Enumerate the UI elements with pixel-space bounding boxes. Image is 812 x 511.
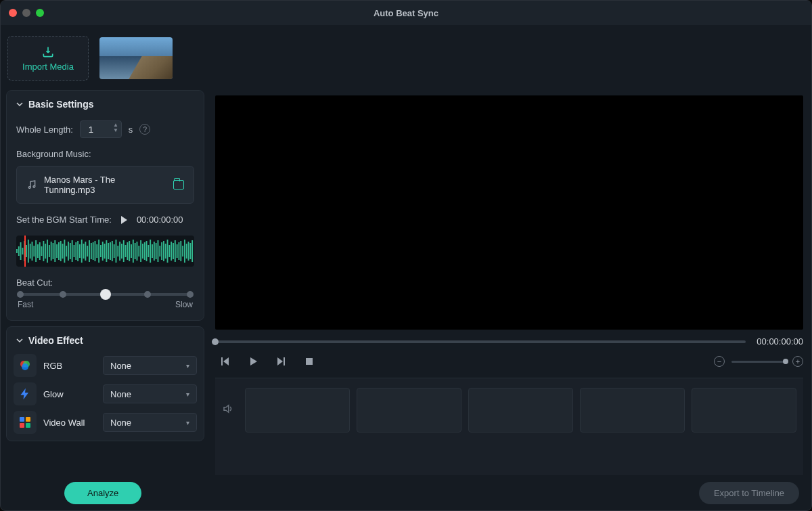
basic-settings-title: Basic Settings — [28, 99, 93, 110]
svg-rect-36 — [81, 240, 83, 263]
svg-rect-82 — [168, 245, 170, 257]
chevron-down-icon: ▾ — [186, 419, 189, 426]
svg-rect-28 — [66, 246, 67, 257]
clip-slot[interactable] — [468, 388, 573, 432]
svg-rect-30 — [70, 243, 71, 259]
basic-settings-header[interactable]: Basic Settings — [7, 91, 204, 118]
scrubber-playhead[interactable] — [212, 338, 219, 345]
media-thumbnail[interactable] — [99, 37, 173, 79]
whole-length-label: Whole Length: — [16, 125, 73, 135]
analyze-button[interactable]: Analyze — [64, 482, 141, 504]
svg-rect-57 — [121, 244, 122, 259]
svg-rect-23 — [56, 244, 58, 258]
chevron-down-icon — [16, 337, 23, 344]
stop-button[interactable] — [304, 357, 314, 366]
step-back-button[interactable] — [219, 356, 230, 367]
svg-rect-91 — [186, 244, 187, 259]
clip-slot[interactable] — [692, 388, 796, 432]
window-minimize-button[interactable] — [22, 9, 30, 17]
svg-rect-11 — [33, 246, 35, 257]
svg-rect-69 — [144, 242, 145, 260]
svg-rect-14 — [39, 242, 41, 260]
bgm-waveform[interactable] — [16, 236, 194, 267]
svg-rect-21 — [53, 243, 54, 259]
zoom-slider[interactable] — [731, 361, 786, 363]
effect-name: Glow — [43, 389, 96, 399]
svg-rect-92 — [188, 242, 189, 261]
svg-rect-64 — [135, 243, 136, 259]
bgm-start-label: Set the BGM Start Time: — [16, 215, 112, 225]
import-media-button[interactable]: Import Media — [7, 36, 89, 81]
effect-rgb-dropdown[interactable]: None ▾ — [103, 356, 197, 375]
browse-folder-icon[interactable] — [173, 180, 184, 190]
stepper-arrows-icon[interactable]: ▲▼ — [113, 123, 118, 133]
media-strip: Import Media — [1, 25, 811, 85]
svg-rect-2 — [16, 249, 18, 253]
svg-rect-9 — [30, 244, 31, 259]
chevron-down-icon — [16, 101, 23, 108]
svg-rect-46 — [100, 245, 102, 257]
basic-settings-panel: Basic Settings Whole Length: 1 ▲▼ s ? Ba… — [6, 90, 204, 321]
svg-rect-83 — [171, 242, 172, 261]
video-preview[interactable] — [215, 95, 803, 330]
window-traffic-lights — [9, 9, 44, 17]
chevron-down-icon: ▾ — [186, 391, 189, 398]
effect-row-rgb: RGB None ▾ — [14, 354, 197, 377]
bg-music-label: Background Music: — [16, 149, 194, 159]
svg-rect-3 — [18, 246, 20, 256]
step-forward-button[interactable] — [276, 356, 287, 367]
whole-length-stepper[interactable]: 1 ▲▼ — [80, 120, 122, 138]
svg-rect-47 — [102, 242, 104, 261]
speaker-icon[interactable] — [222, 403, 234, 415]
svg-rect-63 — [133, 240, 134, 263]
svg-rect-35 — [79, 244, 81, 258]
svg-rect-37 — [83, 244, 85, 259]
svg-rect-53 — [114, 244, 115, 258]
svg-rect-84 — [173, 243, 174, 259]
clip-slot[interactable] — [357, 388, 461, 432]
svg-rect-48 — [104, 244, 106, 259]
effect-row-video-wall: Video Wall None ▾ — [14, 411, 197, 434]
effect-row-glow: Glow None ▾ — [14, 382, 197, 405]
video-wall-icon — [14, 411, 37, 434]
dropdown-value: None — [110, 389, 131, 399]
svg-rect-32 — [74, 245, 75, 257]
svg-rect-60 — [127, 242, 128, 260]
effect-glow-dropdown[interactable]: None ▾ — [103, 384, 197, 403]
svg-rect-67 — [140, 240, 141, 262]
help-icon[interactable]: ? — [139, 124, 150, 135]
svg-rect-56 — [119, 242, 120, 261]
beat-cut-slider[interactable] — [20, 293, 190, 296]
window-close-button[interactable] — [9, 9, 17, 17]
dropdown-value: None — [110, 418, 131, 428]
waveform-playhead[interactable] — [24, 236, 26, 267]
zoom-out-button[interactable]: − — [714, 356, 725, 367]
clip-slot[interactable] — [580, 388, 685, 432]
svg-rect-85 — [175, 240, 176, 262]
svg-rect-25 — [60, 241, 62, 261]
play-button[interactable] — [248, 356, 258, 367]
window-maximize-button[interactable] — [36, 9, 44, 17]
zoom-slider-thumb[interactable] — [783, 359, 788, 364]
svg-rect-8 — [28, 240, 29, 263]
bg-music-filename: Manos Mars - The Tunning.mp3 — [44, 175, 166, 195]
svg-rect-19 — [49, 245, 50, 257]
music-note-icon — [26, 179, 37, 190]
svg-point-0 — [28, 187, 30, 189]
export-to-timeline-button[interactable]: Export to Timeline — [699, 482, 799, 504]
video-effect-header[interactable]: Video Effect — [7, 327, 204, 354]
svg-rect-88 — [180, 241, 181, 261]
effect-video-wall-dropdown[interactable]: None ▾ — [103, 413, 197, 432]
svg-rect-24 — [58, 242, 60, 260]
zoom-in-button[interactable]: + — [792, 356, 803, 367]
svg-rect-94 — [191, 240, 193, 262]
clip-slot[interactable] — [245, 388, 350, 432]
svg-rect-77 — [159, 246, 160, 257]
svg-rect-102 — [306, 358, 313, 365]
svg-rect-79 — [163, 241, 164, 261]
titlebar: Auto Beat Sync — [1, 1, 811, 25]
bgm-play-icon[interactable] — [121, 216, 127, 224]
timeline-scrubber[interactable] — [215, 340, 746, 343]
svg-rect-10 — [32, 242, 33, 261]
beat-cut-slider-thumb[interactable] — [100, 289, 111, 300]
